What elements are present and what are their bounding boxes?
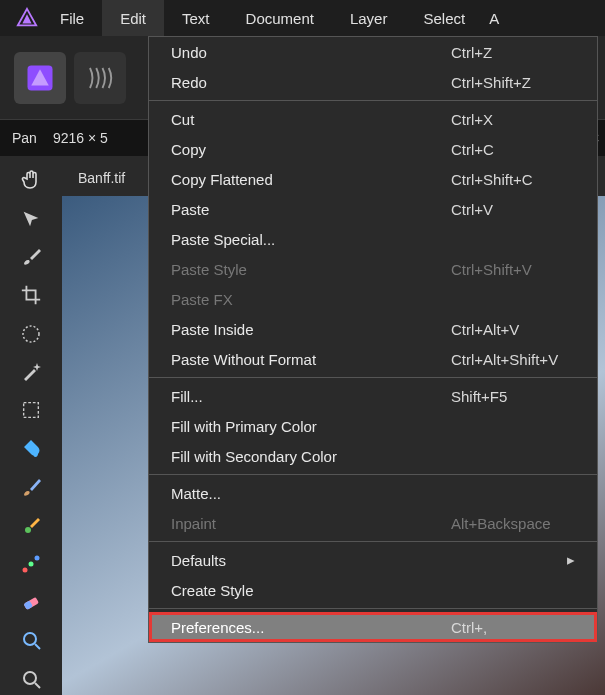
zoom-tool-icon[interactable] (11, 663, 51, 695)
svg-rect-2 (24, 403, 39, 418)
menu-separator (149, 541, 597, 542)
menu-item-shortcut: Ctrl+, (451, 619, 581, 636)
menu-item-shortcut: Ctrl+Shift+C (451, 171, 581, 188)
menu-item-shortcut: Shift+F5 (451, 388, 581, 405)
menu-item-shortcut: Alt+Backspace (451, 515, 581, 532)
marquee-tool-icon[interactable] (11, 394, 51, 426)
menu-item-shortcut: Ctrl+Alt+V (451, 321, 581, 338)
menu-item-paste[interactable]: PasteCtrl+V (149, 194, 597, 224)
menu-layer[interactable]: Layer (332, 0, 406, 36)
menu-item-fill-with-primary-color[interactable]: Fill with Primary Color (149, 411, 597, 441)
menubar: File Edit Text Document Layer Select A (0, 0, 605, 36)
svg-point-3 (25, 527, 31, 533)
menu-item-label: Copy Flattened (171, 171, 451, 188)
menu-item-shortcut: Ctrl+X (451, 111, 581, 128)
crop-tool-icon[interactable] (11, 279, 51, 311)
menu-item-label: Paste (171, 201, 451, 218)
document-tab[interactable]: Banff.tif (62, 160, 141, 196)
submenu-arrow-icon: ▸ (567, 551, 581, 569)
heal-tool-icon[interactable] (11, 548, 51, 580)
paint-brush-icon[interactable] (11, 471, 51, 503)
svg-point-1 (23, 326, 39, 342)
menu-item-paste-without-format[interactable]: Paste Without FormatCtrl+Alt+Shift+V (149, 344, 597, 374)
menu-truncated[interactable]: A (483, 0, 505, 36)
menu-item-label: Copy (171, 141, 451, 158)
menu-file[interactable]: File (42, 0, 102, 36)
menu-item-paste-special[interactable]: Paste Special... (149, 224, 597, 254)
menu-item-label: Cut (171, 111, 451, 128)
menu-item-label: Paste Inside (171, 321, 451, 338)
menu-separator (149, 474, 597, 475)
menu-item-shortcut: Ctrl+Alt+Shift+V (451, 351, 581, 368)
menu-item-copy-flattened[interactable]: Copy FlattenedCtrl+Shift+C (149, 164, 597, 194)
menu-edit[interactable]: Edit (102, 0, 164, 36)
menu-item-create-style[interactable]: Create Style (149, 575, 597, 605)
liquify-persona-button[interactable] (74, 52, 126, 104)
menu-item-shortcut: Ctrl+Z (451, 44, 581, 61)
current-tool-label: Pan (12, 130, 37, 146)
menu-item-inpaint: InpaintAlt+Backspace (149, 508, 597, 538)
menu-item-label: Fill... (171, 388, 451, 405)
menu-item-cut[interactable]: CutCtrl+X (149, 104, 597, 134)
app-logo-icon (12, 0, 42, 36)
move-tool-icon[interactable] (11, 202, 51, 234)
document-tabs: Banff.tif (62, 160, 141, 196)
menu-item-defaults[interactable]: Defaults▸ (149, 545, 597, 575)
menu-item-fill[interactable]: Fill...Shift+F5 (149, 381, 597, 411)
menu-item-label: Defaults (171, 552, 567, 569)
menu-document[interactable]: Document (228, 0, 332, 36)
photo-persona-button[interactable] (14, 52, 66, 104)
menu-item-paste-style: Paste StyleCtrl+Shift+V (149, 254, 597, 284)
menu-item-label: Paste Without Format (171, 351, 451, 368)
menu-item-label: Paste FX (171, 291, 581, 308)
menu-item-copy[interactable]: CopyCtrl+C (149, 134, 597, 164)
menu-item-label: Paste Style (171, 261, 451, 278)
menu-item-paste-fx: Paste FX (149, 284, 597, 314)
svg-point-9 (24, 633, 36, 645)
menu-item-matte[interactable]: Matte... (149, 478, 597, 508)
menu-item-redo[interactable]: RedoCtrl+Shift+Z (149, 67, 597, 97)
wand-tool-icon[interactable] (11, 356, 51, 388)
menu-item-label: Create Style (171, 582, 581, 599)
menu-item-preferences[interactable]: Preferences...Ctrl+, (149, 612, 597, 642)
svg-point-4 (23, 567, 28, 572)
menu-item-label: Matte... (171, 485, 581, 502)
menu-separator (149, 100, 597, 101)
menu-item-label: Preferences... (171, 619, 451, 636)
menu-text[interactable]: Text (164, 0, 228, 36)
svg-point-6 (35, 555, 40, 560)
hand-tool-icon[interactable] (11, 164, 51, 196)
tools-panel (0, 156, 62, 695)
dodge-tool-icon[interactable] (11, 624, 51, 656)
mixer-brush-icon[interactable] (11, 509, 51, 541)
svg-point-5 (29, 561, 34, 566)
brush-tool-icon[interactable] (11, 241, 51, 273)
image-dimensions: 9216 × 5 (53, 130, 108, 146)
menu-separator (149, 608, 597, 609)
menu-item-label: Fill with Primary Color (171, 418, 581, 435)
svg-point-10 (24, 672, 36, 684)
menu-item-undo[interactable]: UndoCtrl+Z (149, 37, 597, 67)
menu-item-paste-inside[interactable]: Paste InsideCtrl+Alt+V (149, 314, 597, 344)
menu-item-label: Fill with Secondary Color (171, 448, 581, 465)
menu-item-label: Inpaint (171, 515, 451, 532)
edit-menu-dropdown: UndoCtrl+ZRedoCtrl+Shift+ZCutCtrl+XCopyC… (148, 36, 598, 643)
flood-fill-icon[interactable] (11, 433, 51, 465)
menu-select[interactable]: Select (405, 0, 483, 36)
selection-brush-icon[interactable] (11, 317, 51, 349)
menu-item-shortcut: Ctrl+Shift+Z (451, 74, 581, 91)
erase-tool-icon[interactable] (11, 586, 51, 618)
menu-item-shortcut: Ctrl+V (451, 201, 581, 218)
menu-item-label: Redo (171, 74, 451, 91)
menu-item-shortcut: Ctrl+Shift+V (451, 261, 581, 278)
menu-item-shortcut: Ctrl+C (451, 141, 581, 158)
menu-separator (149, 377, 597, 378)
menu-item-label: Undo (171, 44, 451, 61)
menu-item-fill-with-secondary-color[interactable]: Fill with Secondary Color (149, 441, 597, 471)
menu-item-label: Paste Special... (171, 231, 581, 248)
